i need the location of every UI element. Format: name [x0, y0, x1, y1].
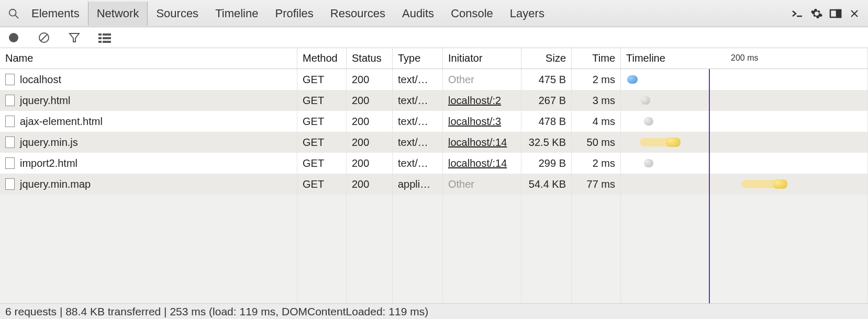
status-bar: 6 requests | 88.4 KB transferred | 253 m… — [0, 303, 868, 319]
header-timeline-label: Timeline — [626, 52, 665, 64]
filter-icon[interactable] — [67, 30, 82, 45]
svg-marker-10 — [70, 33, 79, 42]
tab-layers[interactable]: Layers — [502, 2, 553, 26]
request-initiator[interactable]: localhost/:14 — [443, 132, 521, 153]
tab-audits[interactable]: Audits — [394, 2, 442, 26]
svg-rect-13 — [98, 37, 102, 39]
header-name[interactable]: Name — [0, 48, 297, 69]
network-request-list: localhostGET200text/…Other475 B2 msjquer… — [0, 69, 868, 303]
tab-elements[interactable]: Elements — [23, 2, 88, 26]
table-row[interactable]: jquery.htmlGET200text/…localhost/:2267 B… — [0, 90, 868, 111]
tab-resources[interactable]: Resources — [322, 2, 394, 26]
file-icon — [5, 74, 15, 85]
request-type: text/… — [393, 90, 443, 111]
table-row[interactable]: ajax-element.htmlGET200text/…localhost/:… — [0, 111, 868, 132]
request-time: 77 ms — [572, 174, 621, 195]
devtools-tabbar: ElementsNetworkSourcesTimelineProfilesRe… — [0, 0, 868, 27]
request-name: jquery.html — [20, 95, 70, 107]
request-name: jquery.min.js — [20, 136, 78, 149]
request-status: 200 — [347, 111, 393, 132]
request-name: import2.html — [20, 157, 77, 169]
request-time: 3 ms — [572, 90, 621, 111]
request-size: 267 B — [521, 90, 572, 111]
close-icon[interactable] — [845, 4, 864, 23]
request-size: 299 B — [521, 153, 572, 174]
request-status: 200 — [347, 174, 393, 195]
console-toggle-icon[interactable] — [788, 4, 807, 23]
request-type: appli… — [393, 174, 443, 195]
svg-rect-11 — [98, 33, 102, 36]
request-method: GET — [297, 69, 347, 90]
request-size: 478 B — [521, 111, 572, 132]
status-summary: 6 requests | 88.4 KB transferred | 253 m… — [5, 305, 428, 318]
request-initiator: Other — [443, 69, 521, 90]
request-method: GET — [297, 90, 347, 111]
request-type: text/… — [393, 111, 443, 132]
svg-line-9 — [41, 35, 47, 41]
record-icon[interactable] — [6, 30, 21, 45]
request-type: text/… — [393, 153, 443, 174]
tab-profiles[interactable]: Profiles — [266, 2, 321, 26]
svg-rect-14 — [103, 37, 111, 39]
file-icon — [5, 95, 15, 106]
request-timeline-bar — [621, 90, 868, 111]
request-size: 475 B — [521, 69, 572, 90]
request-status: 200 — [347, 132, 393, 153]
tab-timeline[interactable]: Timeline — [207, 2, 266, 26]
header-time[interactable]: Time — [572, 48, 621, 69]
tab-sources[interactable]: Sources — [148, 2, 207, 26]
request-size: 54.4 KB — [521, 174, 572, 195]
request-status: 200 — [347, 69, 393, 90]
table-row[interactable]: jquery.min.jsGET200text/…localhost/:1432… — [0, 132, 868, 153]
request-time: 2 ms — [572, 153, 621, 174]
svg-rect-16 — [103, 41, 111, 43]
table-row[interactable]: import2.htmlGET200text/…localhost/:14299… — [0, 153, 868, 174]
request-initiator[interactable]: localhost/:2 — [443, 90, 521, 111]
request-name: ajax-element.html — [20, 116, 103, 128]
header-status[interactable]: Status — [347, 48, 393, 69]
header-method[interactable]: Method — [297, 48, 347, 69]
svg-rect-12 — [103, 33, 111, 36]
svg-line-1 — [15, 15, 18, 18]
header-size[interactable]: Size — [521, 48, 572, 69]
request-name: localhost — [20, 74, 61, 86]
header-initiator[interactable]: Initiator — [443, 48, 521, 69]
search-icon[interactable] — [4, 4, 23, 23]
header-type[interactable]: Type — [393, 48, 443, 69]
request-timeline-bar — [621, 69, 868, 90]
request-timeline-bar — [621, 174, 868, 195]
clear-icon[interactable] — [37, 30, 51, 45]
network-column-headers: Name Method Status Type Initiator Size T… — [0, 48, 868, 69]
dock-icon[interactable] — [826, 4, 845, 23]
request-initiator: Other — [443, 174, 521, 195]
svg-point-7 — [9, 33, 18, 42]
table-row[interactable]: localhostGET200text/…Other475 B2 ms — [0, 69, 868, 90]
request-size: 32.5 KB — [521, 132, 572, 153]
request-status: 200 — [347, 90, 393, 111]
request-method: GET — [297, 174, 347, 195]
view-options-icon[interactable] — [97, 30, 112, 45]
tab-network[interactable]: Network — [88, 2, 148, 26]
timeline-tick: 200 ms — [731, 53, 758, 63]
table-row[interactable]: jquery.min.mapGET200appli…Other54.4 KB77… — [0, 174, 868, 195]
settings-icon[interactable] — [807, 4, 826, 23]
request-timeline-bar — [621, 132, 868, 153]
tab-console[interactable]: Console — [442, 2, 502, 26]
request-initiator[interactable]: localhost/:14 — [443, 153, 521, 174]
request-timeline-bar — [621, 153, 868, 174]
request-method: GET — [297, 132, 347, 153]
request-type: text/… — [393, 69, 443, 90]
request-initiator[interactable]: localhost/:3 — [443, 111, 521, 132]
request-time: 50 ms — [572, 132, 621, 153]
file-icon — [5, 136, 15, 148]
file-icon — [5, 157, 15, 169]
request-time: 4 ms — [572, 111, 621, 132]
request-method: GET — [297, 111, 347, 132]
file-icon — [5, 178, 15, 190]
svg-point-0 — [9, 9, 16, 16]
network-toolbar — [0, 27, 868, 48]
request-name: jquery.min.map — [20, 178, 91, 190]
request-status: 200 — [347, 153, 393, 174]
request-type: text/… — [393, 132, 443, 153]
header-timeline[interactable]: Timeline 200 ms — [621, 48, 868, 69]
